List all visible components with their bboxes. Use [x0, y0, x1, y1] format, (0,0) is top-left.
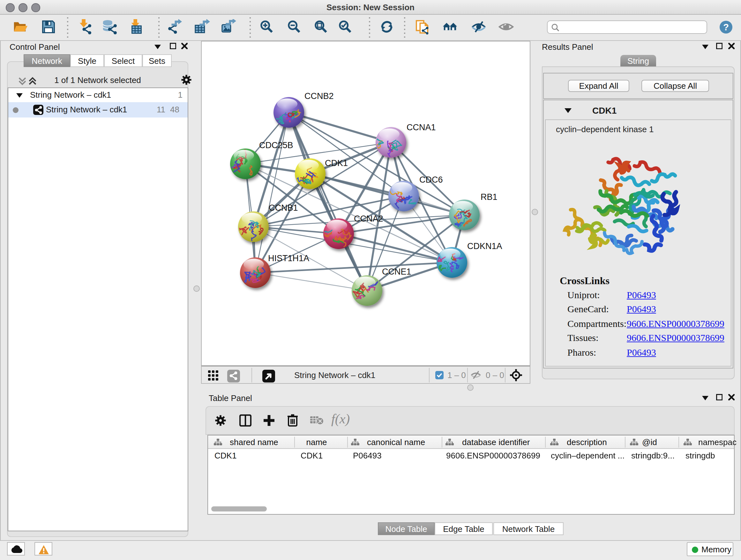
svg-text:HIST1H1A: HIST1H1A	[268, 253, 309, 263]
svg-text:CCNA2: CCNA2	[354, 214, 383, 224]
svg-text:CDC6: CDC6	[419, 175, 443, 185]
svg-text:CCNB1: CCNB1	[269, 203, 298, 212]
svg-text:CDC25B: CDC25B	[259, 140, 293, 150]
svg-text:CDK1: CDK1	[325, 159, 348, 168]
svg-text:?: ?	[723, 22, 729, 32]
svg-text:CCNE1: CCNE1	[382, 267, 411, 276]
svg-text:CCNB2: CCNB2	[305, 91, 334, 101]
svg-text:CDKN1A: CDKN1A	[467, 241, 502, 251]
svg-text:CCNA1: CCNA1	[407, 123, 436, 132]
svg-text:RB1: RB1	[481, 192, 497, 202]
